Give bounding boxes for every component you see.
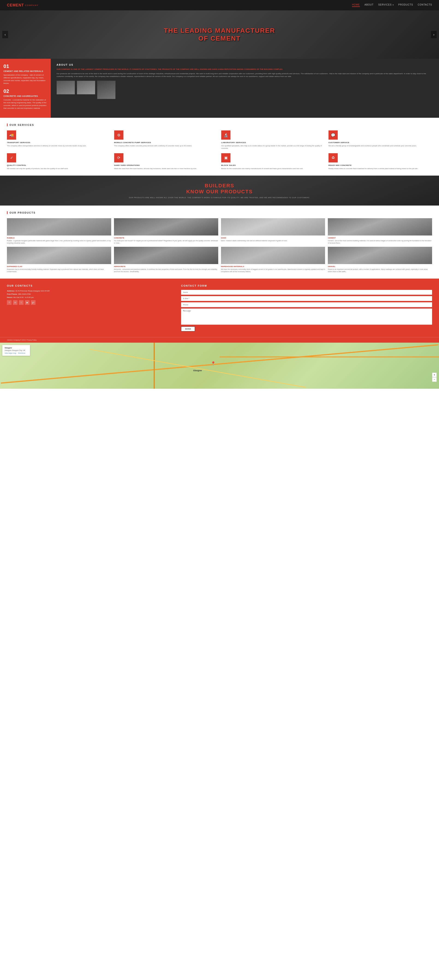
product-item: AEROCRETE Aerocrete - convenient and pra… [114,247,218,273]
map-city-label: Glasgow [193,369,202,372]
product-desc: Expanded clay is environmentally friendl… [7,268,111,273]
map-road-3 [89,349,306,388]
product-desc: Gravel is an important commercial produc… [328,268,432,273]
product-desc: Rubble - a granular inorganic particulat… [7,240,111,244]
product-image [7,247,111,264]
about-images [56,81,433,99]
service-desc: We monitor not only the quality of produ… [7,167,111,170]
map-road-2 [154,343,155,389]
social-youtube-icon[interactable]: ▶ [25,300,30,305]
contact-address: Address: 4178 Primrose Road,Glasgow G04 … [7,290,174,292]
directions-link[interactable]: Directions [18,352,25,354]
product-item: CONCRETE You build your own house? Or ma… [114,218,218,244]
service-icon: ▣ [221,153,230,162]
phone-input[interactable] [181,302,432,307]
hero-prev-button[interactable]: ‹ [2,31,8,38]
map-overlay-links: View larger map Directions [5,352,28,354]
product-item: GRAVEL Gravel is an important commercial… [328,247,432,273]
map-zoom-controls: + − [432,372,437,382]
about-sub-2: CONCRETE AND AGGREGATES [3,95,47,97]
about-num-1: 01 [3,64,47,69]
view-larger-map-link[interactable]: View larger map [5,352,16,354]
nav-products[interactable]: PRODUCTS [398,3,413,7]
logo-company: COMPANY [25,4,39,6]
product-image [221,247,325,264]
service-icon: ♻ [329,153,338,162]
product-image [114,218,218,235]
send-button[interactable]: SEND [181,326,195,331]
product-item: SAND Sand - medium clastic sedimentary r… [221,218,325,244]
about-body: Our products are considered to be one of… [56,72,433,78]
map-background: 📍 Glasgow Glasgow Glasgow Glasgow City, … [0,343,439,389]
about-image-1 [56,81,75,94]
hero-next-button[interactable]: › [431,31,437,38]
nav-services[interactable]: SERVICES ▾ [378,3,394,7]
nav-about[interactable]: ABOUT [364,3,374,7]
product-item: CEMENT Cement - one of the most common b… [328,218,432,244]
product-image [328,218,432,235]
about-section: 01 CEMENT AND RELATED MATERIALS Speciali… [0,59,439,118]
hero-title: THE LEADING MANUFACTURER OF CEMENT [164,27,275,42]
header: CEMENT COMPANY HOME ABOUT SERVICES ▾ PRO… [0,0,439,10]
about-image-3 [97,81,116,99]
product-desc: You build your own house? Or maybe you a… [114,240,218,244]
product-name: SAND [221,237,325,239]
about-right-panel: ABOUT US OUR COMPANY IS ONE OF THE LARGE… [51,59,439,118]
product-name: CONCRETE [114,237,218,239]
service-item: 🚚 TRANSPORT SERVICES The company offers … [7,130,111,150]
contact-hours: Hours: Mo-Sat 8:00 - to 6:00 pm [7,296,174,298]
product-name: WAREHOUSE MATERIALS [221,266,325,267]
about-left-panel: 01 CEMENT AND RELATED MATERIALS Speciali… [0,59,51,118]
contacts-info: OUR CONTACTS Address: 4178 Primrose Road… [7,284,174,331]
social-twitter-icon[interactable]: t [19,300,24,305]
zoom-in-button[interactable]: + [432,372,437,377]
service-desc: Ready-mixed refers to concrete that is b… [329,167,432,170]
services-title: OUR SERVICES [7,124,432,126]
about-image-2 [77,81,95,94]
about-desc-1: Specialization of the company - sale of … [3,74,47,85]
product-name: RUBBLE [7,237,111,239]
product-image [328,247,432,264]
product-name: AEROCRETE [114,266,218,267]
service-name: BLOCK SALES [221,164,325,166]
product-image [7,218,111,235]
product-name: EXPANDED CLAY [7,266,111,267]
service-icon: ⟳ [114,153,123,162]
service-item: ♻ READY-MIX CONCRETE Ready-mixed refers … [329,153,432,170]
privacy-policy-link[interactable]: Privacy Policy [27,339,37,341]
social-icons-group: f in t ▶ g+ [7,300,174,305]
nav-home[interactable]: HOME [352,3,360,7]
social-linkedin-icon[interactable]: in [13,300,18,305]
product-name: GRAVEL [328,266,432,267]
nav-contacts[interactable]: CONTACTS [418,3,432,7]
map-overlay: Glasgow Glasgow Glasgow City, UK View la… [2,345,30,356]
about-desc-2: Concrete - a wonderful material for the … [3,99,47,110]
services-grid: 🚚 TRANSPORT SERVICES The company offers … [7,130,432,170]
product-desc: We have the necessary commodity stock of… [221,268,325,273]
about-num-2: 02 [3,88,47,94]
service-item: ✓ QUALITY CONTROL We monitor not only th… [7,153,111,170]
service-icon: ⚙ [114,130,123,140]
service-name: READY-MIX CONCRETE [329,164,432,166]
service-desc: Wash the sand from fine dust fraction, s… [114,167,218,170]
hero-section: ‹ THE LEADING MANUFACTURER OF CEMENT › [0,10,439,59]
logo[interactable]: CEMENT COMPANY [7,3,38,7]
name-input[interactable] [181,290,432,295]
service-desc: Blocks for the construction are mainly m… [221,167,325,170]
map-overlay-title: Glasgow [5,347,28,349]
contact-form: CONTACT FORM SEND [181,284,432,331]
message-input[interactable] [181,309,432,325]
map-overlay-addr: Glasgow Glasgow City, UK [5,349,28,352]
product-image [221,218,325,235]
email-input[interactable] [181,296,432,301]
product-desc: Cement - one of the most common building… [328,240,432,244]
contact-form-title: CONTACT FORM [181,284,432,287]
zoom-out-button[interactable]: − [432,377,437,382]
footer: Cement Company © 2015. Privacy Policy [0,337,439,343]
service-icon: 🚚 [7,130,16,140]
social-facebook-icon[interactable]: f [7,300,11,305]
service-desc: We are a friendly group of knowledgeable… [329,145,432,147]
about-sub-1: CEMENT AND RELATED MATERIALS [3,70,47,72]
social-google-icon[interactable]: g+ [31,300,35,305]
service-name: SAND YARD OPERATIONS [114,164,218,166]
